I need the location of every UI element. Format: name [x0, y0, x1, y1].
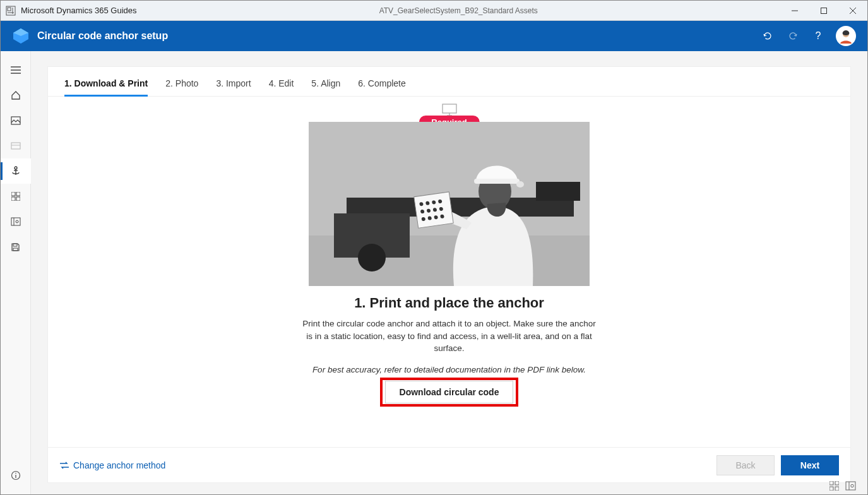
svg-rect-57	[835, 481, 839, 485]
svg-rect-20	[16, 192, 20, 196]
window-titlebar: Microsoft Dynamics 365 Guides ATV_GearSe…	[1, 1, 867, 21]
step-description: Print the circular code anchor and attac…	[301, 318, 598, 355]
user-avatar[interactable]	[836, 26, 856, 46]
left-rail	[1, 51, 31, 494]
tab-complete[interactable]: 6. Complete	[358, 78, 405, 96]
svg-rect-26	[13, 244, 17, 246]
save-icon[interactable]	[1, 234, 31, 259]
svg-point-62	[851, 484, 853, 487]
svg-rect-13	[11, 117, 20, 124]
info-icon[interactable]	[1, 463, 31, 488]
help-button[interactable]: ?	[807, 25, 829, 47]
tab-download-print[interactable]: 1. Download & Print	[64, 78, 148, 96]
tab-photo[interactable]: 2. Photo	[165, 78, 198, 96]
tab-edit[interactable]: 4. Edit	[269, 78, 294, 96]
card-icon[interactable]	[1, 133, 31, 158]
app-header: Circular code anchor setup ?	[1, 21, 867, 51]
menu-icon[interactable]	[1, 57, 31, 83]
app-name: Microsoft Dynamics 365 Guides	[21, 6, 137, 15]
tab-import[interactable]: 3. Import	[216, 78, 251, 96]
page-title: Circular code anchor setup	[37, 30, 168, 42]
svg-rect-19	[11, 192, 15, 196]
redo-button[interactable]	[782, 25, 804, 47]
image-icon[interactable]	[1, 108, 31, 133]
change-anchor-method-link[interactable]: Change anchor method	[59, 460, 165, 470]
window-minimize-button[interactable]	[780, 1, 809, 21]
svg-point-16	[15, 167, 17, 169]
step-heading: 1. Print and place the anchor	[354, 295, 544, 311]
svg-point-30	[15, 473, 16, 474]
svg-rect-14	[11, 143, 20, 149]
monitor-icon	[441, 103, 458, 117]
hero-image	[309, 122, 590, 286]
svg-rect-22	[16, 197, 20, 201]
svg-rect-59	[835, 487, 839, 491]
anchor-icon[interactable]	[1, 158, 31, 184]
panel-view-icon[interactable]	[845, 481, 856, 491]
svg-rect-56	[829, 481, 833, 485]
svg-point-42	[516, 181, 524, 188]
download-circular-code-button[interactable]: Download circular code	[385, 381, 514, 403]
next-button[interactable]: Next	[781, 455, 839, 475]
svg-point-25	[16, 220, 18, 223]
grid-view-icon[interactable]	[829, 481, 839, 491]
back-button[interactable]: Back	[716, 455, 775, 475]
home-icon[interactable]	[1, 83, 31, 108]
svg-rect-21	[11, 197, 15, 201]
tab-align[interactable]: 5. Align	[311, 78, 340, 96]
svg-rect-3	[821, 8, 827, 13]
svg-rect-58	[829, 487, 833, 491]
grid-icon[interactable]	[1, 184, 31, 209]
svg-rect-27	[13, 248, 18, 251]
step-note: For best accuracy, refer to detailed doc…	[312, 365, 586, 374]
setup-card: 1. Download & Print 2. Photo 3. Import 4…	[47, 66, 851, 483]
window-close-button[interactable]	[838, 1, 867, 21]
settings-panel-icon[interactable]	[1, 209, 31, 234]
svg-rect-39	[536, 182, 580, 201]
window-maximize-button[interactable]	[809, 1, 838, 21]
undo-button[interactable]	[756, 25, 779, 47]
guides-logo-icon	[12, 27, 30, 45]
svg-rect-41	[474, 179, 520, 184]
svg-point-38	[358, 244, 386, 271]
document-title: ATV_GearSelectSystem_B92_Standard Assets	[137, 6, 780, 15]
change-anchor-method-label: Change anchor method	[73, 460, 165, 470]
app-icon	[6, 6, 16, 16]
svg-rect-31	[443, 104, 456, 113]
step-tabs: 1. Download & Print 2. Photo 3. Import 4…	[48, 67, 850, 97]
svg-rect-1	[8, 8, 11, 11]
